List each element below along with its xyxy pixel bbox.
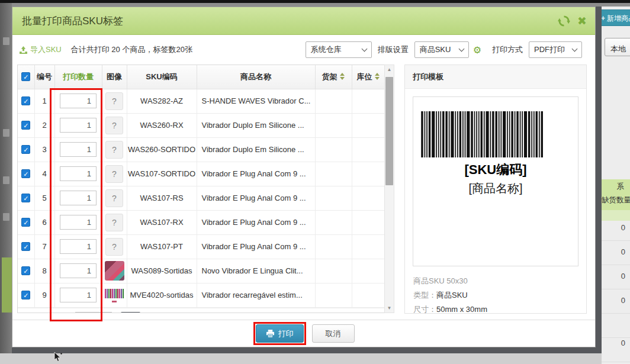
row-number: 4 bbox=[34, 162, 54, 186]
print-button-annotation: 打印 bbox=[253, 322, 306, 345]
table-row: ✓ 1 ? WAS282-AZ S-HANDE WAVES Vibrador C… bbox=[18, 89, 384, 113]
refresh-icon[interactable] bbox=[558, 15, 570, 27]
location-cell bbox=[352, 89, 384, 113]
local-button[interactable]: 本地 bbox=[605, 38, 630, 56]
product-image[interactable]: ? bbox=[105, 238, 123, 256]
product-image[interactable] bbox=[105, 261, 124, 281]
row-checkbox[interactable]: ✓ bbox=[21, 242, 30, 251]
scrollbar-thumb[interactable] bbox=[385, 77, 393, 185]
row-checkbox[interactable]: ✓ bbox=[21, 266, 30, 275]
row-number: 6 bbox=[34, 210, 54, 234]
add-product-button[interactable]: +新增商品 bbox=[597, 9, 630, 26]
shelf-cell bbox=[315, 283, 352, 307]
clipped-qty-input bbox=[75, 312, 112, 313]
size-label: 尺寸： bbox=[413, 305, 436, 314]
sku-code: WAS260-SORTIDO bbox=[127, 137, 197, 162]
print-qty-input[interactable] bbox=[60, 239, 97, 254]
location-cell bbox=[352, 283, 384, 307]
stock-zero-value: 0 bbox=[602, 339, 625, 347]
table-scrollbar[interactable]: ▲ ▼ bbox=[384, 65, 394, 313]
warehouse-select[interactable]: 系统仓库 bbox=[306, 41, 372, 58]
add-product-label: 新增商品 bbox=[607, 14, 630, 22]
print-template-panel: 打印模板 [SKU编码] [商品名称] 商品SKU 50x30 类型：商品SKU… bbox=[404, 65, 587, 314]
product-image[interactable]: ? bbox=[105, 117, 123, 134]
print-qty-input[interactable] bbox=[60, 142, 97, 157]
table-row: ✓ 2 ? WAS260-RX Vibrador Duplo Em Silico… bbox=[18, 113, 384, 137]
location-cell bbox=[352, 234, 384, 259]
product-name: Vibrador recarregável estim... bbox=[197, 283, 315, 307]
sku-code: WAS107-RX bbox=[127, 210, 197, 234]
sku-code: WAS260-RX bbox=[127, 113, 197, 137]
col-header-shelf[interactable]: 货架 bbox=[315, 65, 352, 89]
col-header-no: 编号 bbox=[34, 65, 54, 89]
template-panel-title: 打印模板 bbox=[405, 65, 586, 89]
shelf-cell bbox=[315, 113, 352, 137]
stock-zero-value: 0 bbox=[602, 272, 625, 281]
sort-icon[interactable] bbox=[375, 73, 380, 80]
sidebar-fragment bbox=[3, 129, 9, 137]
row-number: 7 bbox=[34, 234, 54, 259]
table-row: ✓ 9 MVE4020-sortidas Vibrador recarregáv… bbox=[18, 283, 384, 307]
table-row: ✓ 6 ? WAS107-RX Vibrador E Plug Anal Com… bbox=[18, 210, 384, 234]
product-name: Vibrador Duplo Em Silicone ... bbox=[197, 137, 315, 162]
print-qty-input[interactable] bbox=[60, 263, 97, 278]
cancel-button[interactable]: 取消 bbox=[312, 324, 355, 343]
print-button[interactable]: 打印 bbox=[256, 324, 304, 343]
stock-shortage-header: 缺货数量 bbox=[602, 192, 630, 205]
template-select[interactable]: 商品SKU bbox=[414, 41, 469, 58]
row-number: 8 bbox=[34, 259, 54, 283]
select-all-checkbox[interactable]: ✓ bbox=[21, 72, 30, 81]
sort-icon[interactable] bbox=[340, 73, 345, 80]
template-name: 商品SKU 50x30 bbox=[413, 274, 586, 288]
barcode-sku-placeholder: [SKU编码] bbox=[413, 161, 578, 179]
product-name: S-HANDE WAVES Vibrador C... bbox=[197, 89, 315, 113]
row-checkbox[interactable]: ✓ bbox=[21, 96, 30, 105]
import-sku-label: 导入SKU bbox=[30, 44, 62, 55]
product-image[interactable] bbox=[104, 288, 124, 303]
product-name: Vibrador E Plug Anal Com 9 ... bbox=[197, 162, 315, 186]
product-image[interactable]: ? bbox=[105, 165, 123, 183]
batch-print-sku-modal: 批量打印商品SKU标签 ✖ 导入SKU 合计共打印 20 个商品，标签数20张 … bbox=[12, 7, 596, 347]
sku-code: WAS089-Sortidas bbox=[127, 259, 197, 283]
print-qty-input[interactable] bbox=[60, 94, 97, 108]
modal-header: 批量打印商品SKU标签 ✖ bbox=[12, 7, 595, 35]
sku-table-container: ✓ 编号 打印数量 图像 SKU编码 商品名称 货架 库位 ✓ 1 ? WAS2… bbox=[17, 65, 384, 313]
plus-icon: + bbox=[601, 14, 605, 22]
print-qty-input[interactable] bbox=[60, 118, 97, 133]
print-type-select-value: PDF打印 bbox=[534, 44, 565, 55]
print-qty-input[interactable] bbox=[60, 288, 97, 302]
template-select-value: 商品SKU bbox=[420, 44, 451, 55]
product-image[interactable]: ? bbox=[105, 92, 123, 110]
print-type-select[interactable]: PDF打印 bbox=[529, 41, 582, 58]
print-qty-input[interactable] bbox=[60, 215, 97, 230]
gear-icon[interactable]: ⚙ bbox=[473, 44, 481, 56]
scroll-down-arrow[interactable]: ▼ bbox=[385, 304, 394, 313]
col-header-qty: 打印数量 bbox=[54, 65, 102, 89]
location-cell bbox=[352, 210, 384, 234]
layout-settings-label: 排版设置 bbox=[378, 44, 409, 55]
location-cell bbox=[352, 259, 384, 283]
location-cell bbox=[352, 137, 384, 162]
scroll-up-arrow[interactable]: ▲ bbox=[385, 65, 394, 74]
import-sku-link[interactable]: 导入SKU bbox=[20, 44, 62, 55]
sku-code: WAS107-PT bbox=[127, 234, 197, 259]
print-qty-input[interactable] bbox=[60, 166, 97, 181]
print-qty-input[interactable] bbox=[60, 191, 97, 205]
row-checkbox[interactable]: ✓ bbox=[21, 169, 30, 178]
row-checkbox[interactable]: ✓ bbox=[21, 291, 30, 299]
cancel-button-label: 取消 bbox=[326, 329, 341, 338]
close-icon[interactable]: ✖ bbox=[577, 15, 587, 27]
product-image[interactable]: ? bbox=[105, 141, 123, 159]
row-checkbox[interactable]: ✓ bbox=[21, 194, 30, 202]
col-header-location[interactable]: 库位 bbox=[352, 65, 384, 89]
row-checkbox[interactable]: ✓ bbox=[21, 145, 30, 154]
shelf-header-label: 货架 bbox=[322, 72, 338, 81]
row-checkbox[interactable]: ✓ bbox=[21, 121, 30, 130]
shelf-cell bbox=[315, 234, 352, 259]
product-image[interactable]: ? bbox=[105, 214, 123, 231]
product-image[interactable]: ? bbox=[105, 189, 123, 207]
background-header-fragment: 系 bbox=[602, 179, 630, 192]
chevron-down-icon bbox=[572, 46, 578, 51]
row-checkbox[interactable]: ✓ bbox=[21, 218, 30, 227]
label-preview-card: [SKU编码] [商品名称] bbox=[413, 96, 578, 266]
